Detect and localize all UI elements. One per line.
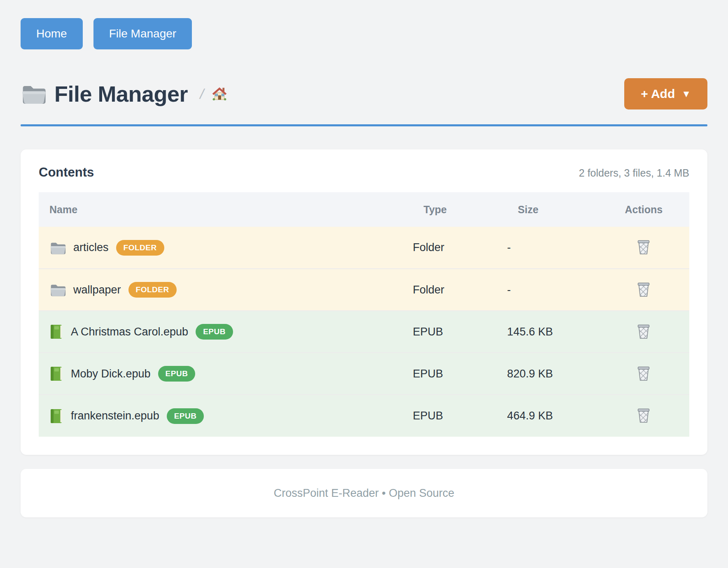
files-table: Name Type Size Actions articles FOLDER [39, 192, 689, 437]
delete-button[interactable] [634, 237, 653, 258]
column-header-size: Size [507, 192, 598, 227]
nav-home-button[interactable]: Home [21, 18, 83, 49]
add-button[interactable]: + Add ▼ [624, 78, 707, 109]
trash-icon [636, 323, 651, 340]
page-title: File Manager [21, 81, 188, 107]
file-name-link[interactable]: articles [73, 241, 109, 254]
table-row-frankenstein: frankenstein.epub EPUB EPUB 464.9 KB [39, 395, 689, 437]
file-size: - [507, 227, 598, 269]
folder-badge: FOLDER [128, 282, 177, 298]
file-type: Folder [413, 227, 507, 269]
page: Home File Manager File Manager / + Add ▼… [0, 0, 728, 517]
epub-badge: EPUB [196, 324, 233, 340]
page-title-text: File Manager [54, 81, 188, 107]
title-row: File Manager / + Add ▼ [21, 78, 707, 109]
breadcrumb-separator: / [198, 86, 206, 102]
contents-summary: 2 folders, 3 files, 1.4 MB [579, 167, 689, 179]
book-icon [49, 324, 63, 340]
file-size: 145.6 KB [507, 311, 598, 353]
contents-card-header: Contents 2 folders, 3 files, 1.4 MB [39, 165, 689, 180]
table-row-moby-dick: Moby Dick.epub EPUB EPUB 820.9 KB [39, 353, 689, 395]
epub-badge: EPUB [167, 408, 204, 424]
file-name-link[interactable]: frankenstein.epub [71, 410, 159, 422]
trash-icon [636, 365, 651, 382]
column-header-actions: Actions [598, 192, 689, 227]
file-size: - [507, 269, 598, 311]
breadcrumb: / [200, 86, 228, 102]
folder-icon [21, 83, 46, 105]
folder-badge: FOLDER [116, 240, 164, 256]
contents-card: Contents 2 folders, 3 files, 1.4 MB Name… [21, 149, 707, 455]
delete-button[interactable] [634, 279, 653, 300]
file-type: EPUB [413, 311, 507, 353]
table-row-christmas-carol: A Christmas Carol.epub EPUB EPUB 145.6 K… [39, 311, 689, 353]
file-name-link[interactable]: A Christmas Carol.epub [71, 326, 188, 338]
column-header-type: Type [413, 192, 507, 227]
title-left: File Manager / [21, 81, 228, 107]
delete-button[interactable] [634, 321, 653, 342]
top-nav: Home File Manager [21, 18, 707, 49]
delete-button[interactable] [634, 363, 653, 384]
file-name-link[interactable]: wallpaper [73, 284, 121, 296]
add-button-label: + Add [641, 87, 675, 101]
home-icon[interactable] [211, 86, 228, 102]
footer-text: CrossPoint E-Reader • Open Source [274, 487, 455, 500]
trash-icon [636, 281, 651, 298]
column-header-name: Name [39, 192, 413, 227]
nav-file-manager-button[interactable]: File Manager [93, 18, 192, 49]
title-rule [21, 124, 707, 126]
epub-badge: EPUB [158, 366, 196, 382]
file-type: EPUB [413, 395, 507, 437]
folder-icon [49, 282, 66, 297]
delete-button[interactable] [634, 405, 653, 426]
book-icon [49, 408, 63, 424]
table-row-articles: articles FOLDER Folder - [39, 227, 689, 269]
footer-card: CrossPoint E-Reader • Open Source [21, 469, 707, 517]
file-name-link[interactable]: Moby Dick.epub [71, 368, 151, 380]
table-header-row: Name Type Size Actions [39, 192, 689, 227]
file-type: Folder [413, 269, 507, 311]
trash-icon [636, 239, 651, 255]
table-row-wallpaper: wallpaper FOLDER Folder - [39, 269, 689, 311]
book-icon [49, 366, 63, 382]
file-size: 464.9 KB [507, 395, 598, 437]
chevron-down-icon: ▼ [681, 88, 691, 100]
trash-icon [636, 407, 651, 424]
contents-title: Contents [39, 165, 94, 180]
folder-icon [49, 240, 66, 255]
file-size: 820.9 KB [507, 353, 598, 395]
file-type: EPUB [413, 353, 507, 395]
